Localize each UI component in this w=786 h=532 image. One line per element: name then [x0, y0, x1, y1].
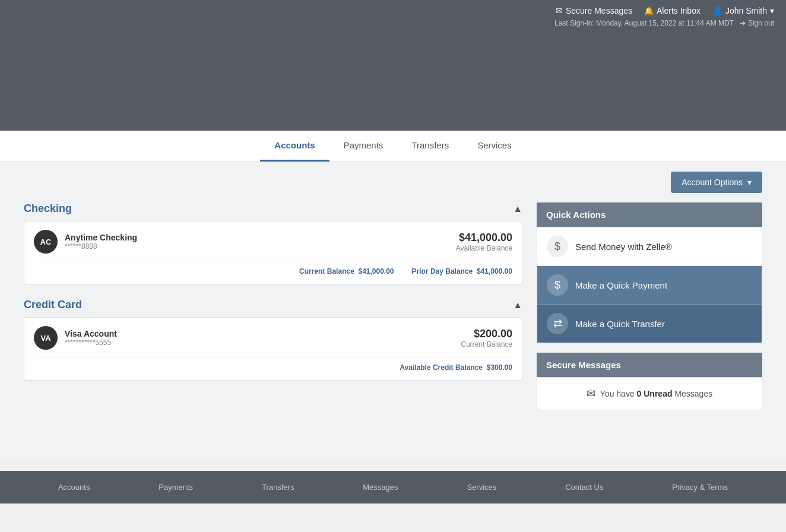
user-name: John Smith: [725, 6, 767, 15]
checking-section: Checking ▲ AC Anytime Checking ******888…: [24, 202, 522, 284]
message-bold: Unread: [644, 389, 672, 398]
visa-balance-amount: $200.00: [461, 328, 512, 340]
zelle-button[interactable]: $ Send Money with Zelle®: [537, 227, 762, 266]
checking-current-label: Current Balance: [299, 267, 354, 276]
two-column-layout: Checking ▲ AC Anytime Checking ******888…: [24, 202, 762, 420]
visa-available-credit: Available Credit Balance $300.00: [400, 363, 512, 372]
footer-services[interactable]: Services: [467, 483, 496, 492]
footer-messages[interactable]: Messages: [363, 483, 398, 492]
secure-msg-text: You have 0 Unread Messages: [600, 389, 712, 398]
secure-messages-link[interactable]: Secure Messages: [556, 6, 632, 15]
checking-account-number: ******8888: [65, 242, 137, 251]
content-area: Account Options ▾ Checking ▲ AC Anytime …: [0, 162, 786, 459]
checking-balance-col: $41,000.00 Available Balance: [456, 232, 512, 252]
footer-contact[interactable]: Contact Us: [565, 483, 603, 492]
nav-services[interactable]: Services: [463, 131, 526, 162]
account-options-button[interactable]: Account Options ▾: [671, 172, 762, 193]
user-menu[interactable]: John Smith: [712, 6, 774, 15]
checking-card-bottom: Current Balance $41,000.00 Prior Day Bal…: [34, 261, 512, 276]
footer: Accounts Payments Transfers Messages Ser…: [0, 471, 786, 504]
chevron-down-icon: [770, 6, 774, 15]
visa-available-credit-label: Available Credit Balance: [400, 363, 483, 372]
transfer-icon: ⇄: [547, 313, 568, 334]
visa-account-number: ***********5555: [65, 338, 117, 347]
credit-card-section-header: Credit Card ▲: [24, 299, 522, 311]
credit-card-account-card[interactable]: VA Visa Account ***********5555 $200.00 …: [24, 317, 522, 381]
secure-messages-header: Secure Messages: [537, 353, 762, 377]
checking-prior-balance: Prior Day Balance $41,000.00: [412, 267, 512, 276]
signout-link[interactable]: Sign out: [740, 19, 774, 27]
checking-account-card[interactable]: AC Anytime Checking ******8888 $41,000.0…: [24, 221, 522, 284]
secure-messages-card: ✉ You have 0 Unread Messages: [537, 377, 762, 410]
visa-avatar: VA: [34, 326, 58, 350]
main-nav: Accounts Payments Transfers Services: [0, 131, 786, 162]
visa-balance-col: $200.00 Current Balance: [461, 328, 512, 349]
credit-card-top: VA Visa Account ***********5555 $200.00 …: [34, 326, 512, 350]
account-options-bar: Account Options ▾: [24, 172, 762, 193]
credit-card-collapse-button[interactable]: ▲: [513, 300, 522, 311]
checking-card-top: AC Anytime Checking ******8888 $41,000.0…: [34, 230, 512, 254]
quick-actions-card: $ Send Money with Zelle® $ Make a Quick …: [537, 227, 762, 343]
visa-name-number: Visa Account ***********5555: [65, 329, 117, 347]
checking-collapse-button[interactable]: ▲: [513, 204, 522, 214]
visa-account-info: VA Visa Account ***********5555: [34, 326, 117, 350]
secure-messages-title: Secure Messages: [546, 360, 621, 370]
checking-current-amount: $41,000.00: [358, 267, 394, 276]
mail-icon: [556, 6, 563, 15]
accounts-col: Checking ▲ AC Anytime Checking ******888…: [24, 202, 522, 395]
checking-prior-label: Prior Day Balance: [412, 267, 473, 276]
alerts-inbox-link[interactable]: Alerts Inbox: [644, 6, 701, 15]
footer-accounts[interactable]: Accounts: [58, 483, 90, 492]
nav-transfers[interactable]: Transfers: [397, 131, 463, 162]
payment-label: Make a Quick Payment: [575, 280, 667, 290]
visa-available-credit-amount: $300.00: [487, 363, 512, 372]
checking-section-header: Checking ▲: [24, 202, 522, 215]
footer-payments[interactable]: Payments: [159, 483, 193, 492]
signout-icon: [740, 19, 746, 27]
payment-icon: $: [547, 274, 568, 296]
secure-messages-content: ✉ You have 0 Unread Messages: [537, 378, 762, 410]
header-signin-bar: Last Sign-in: Monday, August 15, 2022 at…: [0, 18, 786, 28]
quick-payment-button[interactable]: $ Make a Quick Payment: [537, 266, 762, 305]
transfer-label: Make a Quick Transfer: [575, 319, 665, 329]
quick-actions-title: Quick Actions: [546, 210, 606, 220]
quick-actions-header: Quick Actions: [537, 202, 762, 227]
checking-available-balance-label: Available Balance: [456, 244, 512, 252]
account-options-label: Account Options: [682, 178, 743, 187]
checking-account-name: Anytime Checking: [65, 233, 137, 242]
visa-account-name: Visa Account: [65, 329, 117, 338]
checking-current-balance: Current Balance $41,000.00: [299, 267, 394, 276]
nav-payments[interactable]: Payments: [329, 131, 398, 162]
zelle-icon: $: [547, 236, 568, 257]
top-header: Secure Messages Alerts Inbox John Smith …: [0, 0, 786, 131]
secure-messages-section: Secure Messages ✉ You have 0 Unread Mess…: [537, 353, 762, 410]
header-top-bar: Secure Messages Alerts Inbox John Smith: [0, 0, 786, 18]
checking-account-info: AC Anytime Checking ******8888: [34, 230, 137, 254]
checking-name-number: Anytime Checking ******8888: [65, 233, 137, 251]
mail-icon-sm: ✉: [587, 387, 595, 400]
checking-title: Checking: [24, 202, 72, 215]
footer-privacy[interactable]: Privacy & Terms: [672, 483, 728, 492]
credit-card-section: Credit Card ▲ VA Visa Account **********…: [24, 299, 522, 381]
checking-avatar: AC: [34, 230, 58, 254]
user-icon: [712, 6, 722, 15]
chevron-down-icon: ▾: [747, 178, 752, 187]
nav-accounts[interactable]: Accounts: [260, 131, 329, 162]
zelle-label: Send Money with Zelle®: [575, 242, 672, 252]
footer-transfers[interactable]: Transfers: [262, 483, 294, 492]
quick-transfer-button[interactable]: ⇄ Make a Quick Transfer: [537, 305, 762, 343]
message-suffix: Messages: [672, 389, 712, 398]
secure-messages-label: Secure Messages: [566, 6, 632, 15]
visa-card-bottom: Available Credit Balance $300.00: [34, 357, 512, 372]
last-signin-text: Last Sign-in: Monday, August 15, 2022 at…: [554, 19, 734, 27]
alerts-inbox-label: Alerts Inbox: [657, 6, 701, 15]
footer-links: Accounts Payments Transfers Messages Ser…: [24, 483, 762, 492]
bell-icon: [644, 7, 654, 15]
quick-actions-section: Quick Actions $ Send Money with Zelle® $…: [537, 202, 762, 343]
quick-actions-col: Quick Actions $ Send Money with Zelle® $…: [537, 202, 762, 420]
message-count: 0: [637, 389, 642, 398]
visa-balance-label: Current Balance: [461, 340, 512, 349]
credit-card-title: Credit Card: [24, 299, 82, 311]
checking-available-balance-amount: $41,000.00: [456, 232, 512, 244]
checking-prior-amount: $41,000.00: [477, 267, 512, 276]
